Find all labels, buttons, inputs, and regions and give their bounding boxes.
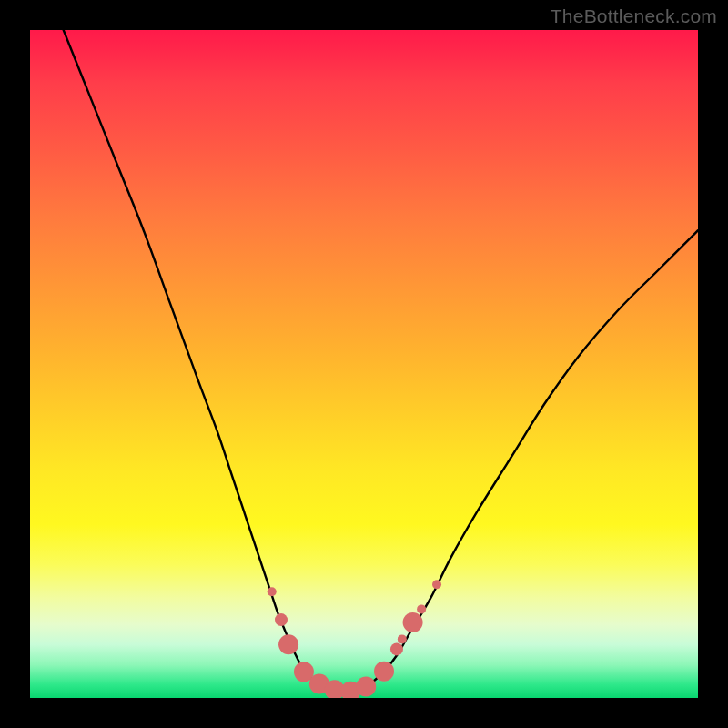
watermark-text: TheBottleneck.com: [551, 5, 717, 27]
marker-point: [374, 662, 394, 682]
marker-layer: [268, 580, 441, 698]
marker-point: [390, 642, 403, 655]
marker-point: [398, 634, 407, 643]
marker-point: [432, 580, 441, 589]
chart-area: [30, 30, 698, 698]
marker-point: [268, 587, 277, 596]
marker-point: [275, 613, 288, 626]
marker-point: [403, 612, 423, 632]
curve-left-curve: [64, 30, 344, 692]
curve-layer: [64, 30, 698, 692]
curve-right-curve: [344, 230, 698, 691]
marker-point: [417, 604, 426, 613]
marker-point: [356, 677, 376, 697]
marker-point: [278, 634, 298, 654]
chart-svg: [30, 30, 698, 698]
